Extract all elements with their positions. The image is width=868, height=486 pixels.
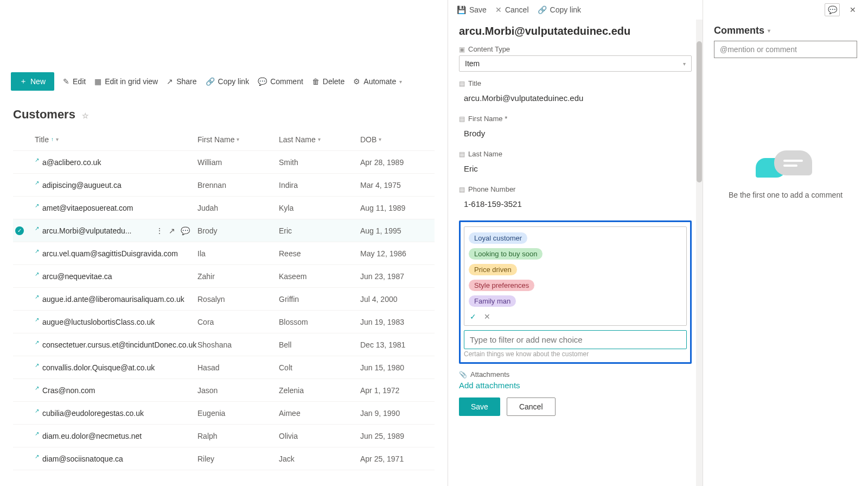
comments-top-bar: 💬 ✕ (703, 0, 868, 20)
share-button[interactable]: ↗Share (167, 77, 196, 86)
content-type-label: Content Type (468, 45, 510, 53)
chevron-down-icon: ▾ (237, 136, 239, 142)
choice-list: Loyal customer Looking to buy soon Price… (464, 226, 687, 326)
col-dob[interactable]: DOB ▾ (360, 135, 442, 144)
new-button[interactable]: ＋ New (11, 72, 54, 91)
row-cell-first: Zahir (197, 272, 279, 281)
new-button-label: New (30, 77, 46, 86)
item-indicator-icon: ↗ (35, 453, 39, 459)
comments-placeholder: @mention or comment (720, 45, 797, 54)
table-row[interactable]: ↗arcu@nequevitae.caZahirKaseemJun 23, 19… (13, 265, 435, 288)
col-first-name[interactable]: First Name ▾ (197, 135, 279, 144)
col-title[interactable]: Title ↑ ▾ (35, 135, 197, 144)
choice-looking-to-buy[interactable]: Looking to buy soon (469, 248, 542, 260)
choice-family-man[interactable]: Family man (469, 295, 516, 307)
panel-save-button[interactable]: 💾Save (457, 5, 487, 14)
table-row[interactable]: ↗cubilia@eudoloregestas.co.ukEugeniaAime… (13, 402, 435, 425)
item-indicator-icon: ↗ (35, 339, 39, 345)
row-title: augue@luctuslobortisClass.co.uk (42, 318, 155, 326)
phone-input[interactable]: 1-618-159-3521 (459, 195, 692, 213)
copy-link-button[interactable]: 🔗Copy link (206, 77, 250, 86)
row-cell-last: Jack (279, 455, 360, 463)
choice-price-driven[interactable]: Price driven (469, 264, 517, 275)
row-cell-last: Griffin (279, 295, 360, 304)
comments-panel: 💬 ✕ Comments ▾ @mention or comment Be th… (703, 0, 868, 486)
row-cell-last: Smith (279, 158, 360, 167)
last-name-label: Last Name (468, 150, 502, 158)
edit-grid-button[interactable]: ▦Edit in grid view (94, 77, 158, 86)
row-title: adipiscing@augueut.ca (42, 181, 122, 190)
comments-input[interactable]: @mention or comment (714, 41, 857, 58)
comments-heading[interactable]: Comments ▾ (703, 20, 868, 41)
row-cell-last: Olivia (279, 432, 360, 440)
table-row[interactable]: ↗convallis.dolor.Quisque@at.co.ukHasadCo… (13, 356, 435, 379)
confirm-icon[interactable]: ✓ (470, 312, 476, 321)
panel-copy-link-button[interactable]: 🔗Copy link (538, 5, 582, 14)
more-icon[interactable]: ⋮ (156, 226, 163, 235)
table-row[interactable]: ↗diam.eu.dolor@necmetus.netRalphOliviaJu… (13, 425, 435, 447)
row-cell-first: Ila (197, 249, 279, 258)
row-cell-first: Riley (197, 455, 279, 463)
content-type-value: Item (465, 59, 480, 68)
col-last-name[interactable]: Last Name ▾ (279, 135, 360, 144)
panel-cancel-button[interactable]: ✕Cancel (495, 5, 529, 14)
row-title: convallis.dolor.Quisque@at.co.uk (42, 363, 155, 372)
choice-filter-input[interactable] (464, 330, 687, 349)
choice-style-preferences[interactable]: Style preferences (469, 280, 534, 291)
row-cell-last: Kyla (279, 204, 360, 212)
table-row[interactable]: ✓↗arcu.Morbi@vulputatedu...⋮↗💬BrodyEricA… (13, 219, 435, 242)
choice-loyal-customer[interactable]: Loyal customer (469, 232, 527, 244)
last-name-input[interactable]: Eric (459, 160, 692, 178)
table-row[interactable]: ↗Cras@non.comJasonZeleniaApr 1, 1972 (13, 379, 435, 402)
save-icon: 💾 (457, 5, 466, 14)
table-row[interactable]: ↗a@aclibero.co.ukWilliamSmithApr 28, 198… (13, 151, 435, 174)
col-title-label: Title (35, 135, 49, 144)
star-icon[interactable]: ☆ (82, 111, 89, 120)
automate-button[interactable]: ⚙Automate▾ (353, 77, 402, 86)
attributes-choice-editor: Loyal customer Looking to buy soon Price… (459, 220, 692, 364)
table-row[interactable]: ↗amet@vitaeposuereat.comJudahKylaAug 11,… (13, 197, 435, 219)
cancel-button[interactable]: Cancel (507, 397, 556, 416)
save-button[interactable]: Save (459, 397, 500, 416)
table-row[interactable]: ↗diam@sociisnatoque.caRileyJackApr 25, 1… (13, 447, 435, 470)
table-row[interactable]: ↗augue@luctuslobortisClass.co.ukCoraBlos… (13, 311, 435, 333)
row-cell-last: Colt (279, 363, 360, 372)
row-cell-first: Hasad (197, 363, 279, 372)
add-attachments-link[interactable]: Add attachments (459, 381, 692, 390)
text-icon: ▤ (459, 115, 465, 123)
cancel-icon[interactable]: ✕ (484, 312, 490, 321)
row-cell-first: Brennan (197, 181, 279, 190)
grid-header: Title ↑ ▾ First Name ▾ Last Name ▾ DOB ▾ (13, 128, 435, 151)
comment-icon[interactable]: 💬 (181, 226, 190, 235)
first-name-input[interactable]: Brody (459, 125, 692, 142)
title-input[interactable]: arcu.Morbi@vulputateduinec.edu (459, 90, 692, 107)
item-indicator-icon: ↗ (35, 385, 39, 391)
row-cell-dob: Jan 9, 1990 (360, 409, 442, 418)
item-indicator-icon: ↗ (35, 362, 39, 368)
table-row[interactable]: ↗consectetuer.cursus.et@tinciduntDonec.c… (13, 333, 435, 356)
copy-link-label: Copy link (218, 77, 250, 86)
first-name-label: First Name * (468, 115, 507, 123)
comment-button[interactable]: 💬Comment (258, 77, 303, 86)
row-cell-dob: Apr 28, 1989 (360, 158, 442, 167)
content-type-dropdown[interactable]: Item ▾ (459, 55, 692, 72)
table-row[interactable]: ↗arcu.vel.quam@sagittisDuisgravida.comIl… (13, 242, 435, 265)
chevron-down-icon: ▾ (318, 136, 321, 142)
edit-button[interactable]: ✎Edit (63, 77, 86, 86)
item-indicator-icon: ↗ (35, 203, 39, 209)
row-cell-last: Reese (279, 249, 360, 258)
comments-toggle-button[interactable]: 💬 (825, 3, 840, 16)
delete-button[interactable]: 🗑Delete (312, 77, 344, 86)
row-cell-dob: Apr 25, 1971 (360, 455, 442, 463)
row-cell-dob: Jun 15, 1980 (360, 363, 442, 372)
field-first-name: ▤First Name * Brody (459, 115, 692, 142)
row-title: consectetuer.cursus.et@tinciduntDonec.co… (42, 340, 196, 349)
panel-cancel-label: Cancel (505, 5, 529, 14)
table-row[interactable]: ↗adipiscing@augueut.caBrennanIndiraMar 4… (13, 174, 435, 197)
chevron-down-icon: ▾ (56, 136, 59, 142)
row-cell-first: Shoshana (197, 340, 279, 349)
share-icon[interactable]: ↗ (169, 226, 175, 235)
close-panel-button[interactable]: ✕ (845, 3, 860, 16)
delete-label: Delete (323, 77, 344, 86)
table-row[interactable]: ↗augue.id.ante@liberomaurisaliquam.co.uk… (13, 288, 435, 311)
